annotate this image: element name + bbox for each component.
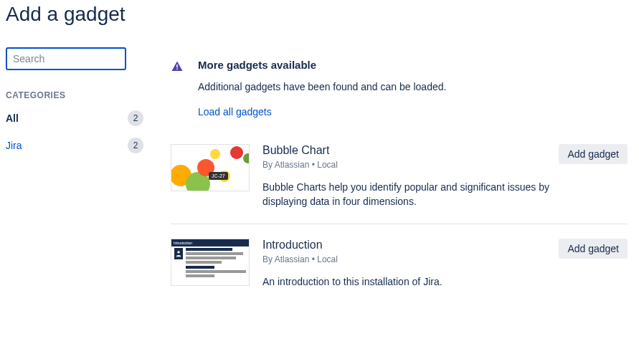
gadget-separator (171, 224, 628, 224)
notice-title: More gadgets available (198, 59, 628, 71)
gadget-title: Bubble Chart (262, 144, 552, 157)
category-count-badge: 2 (128, 110, 143, 126)
svg-rect-0 (176, 64, 178, 68)
gadget-thumbnail: JC-27 (171, 144, 250, 191)
gadget-description: Bubble Charts help you identify popular … (262, 180, 552, 209)
thumb-label: JC-27 (209, 172, 228, 180)
person-icon (174, 248, 183, 259)
category-label: All (6, 112, 19, 124)
sidebar-item-jira[interactable]: Jira 2 (6, 138, 143, 153)
sidebar: CATEGORIES All 2 Jira 2 (6, 47, 149, 303)
gadget-meta: By Atlassian • Local (262, 254, 552, 264)
gadget-item-introduction: Introduction (171, 239, 628, 303)
gadget-title: Introduction (262, 239, 552, 252)
category-label: Jira (6, 140, 22, 151)
add-gadget-button[interactable]: Add gadget (559, 144, 628, 164)
sidebar-item-all[interactable]: All 2 (6, 110, 143, 126)
page-title: Add a gadget (6, 3, 633, 26)
categories-heading: CATEGORIES (6, 90, 138, 100)
svg-rect-1 (176, 69, 178, 70)
warning-icon (171, 59, 184, 118)
category-count-badge: 2 (128, 138, 143, 153)
main-content: More gadgets available Additional gadget… (149, 47, 633, 303)
gadget-thumbnail: Introduction (171, 239, 250, 286)
notice-text: Additional gadgets have been found and c… (198, 81, 628, 92)
search-input[interactable] (6, 47, 126, 70)
gadget-item-bubble-chart: JC-27 Bubble Chart By Atlassian • Local … (171, 144, 628, 224)
more-gadgets-notice: More gadgets available Additional gadget… (171, 59, 628, 118)
load-all-gadgets-link[interactable]: Load all gadgets (198, 106, 272, 118)
gadget-meta: By Atlassian • Local (262, 160, 552, 170)
gadget-description: An introduction to this installation of … (262, 274, 552, 289)
add-gadget-button[interactable]: Add gadget (559, 239, 628, 259)
svg-point-2 (177, 251, 179, 253)
